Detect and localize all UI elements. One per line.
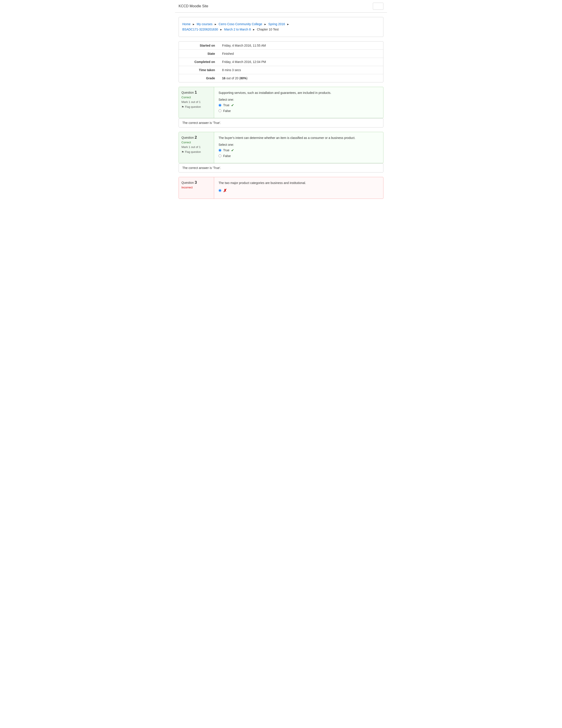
- question-sidebar-2: Question 2 Correct Mark 1 out of 1 ⚑ Fla…: [179, 132, 214, 163]
- grade-end: ): [247, 76, 248, 80]
- time-taken-label: Time taken: [179, 66, 219, 74]
- breadcrumb-spring-2016[interactable]: Spring 2016: [269, 22, 285, 26]
- radio-selected-3[interactable]: [219, 189, 222, 192]
- question-mark-1: Mark 1 out of 1: [182, 100, 211, 104]
- completed-on-row: Completed on Friday, 4 March 2016, 12:04…: [179, 58, 383, 66]
- question-number-3: Question 3: [182, 180, 211, 185]
- started-on-value: Friday, 4 March 2016, 11:55 AM: [219, 42, 383, 50]
- breadcrumb-sep-3: ►: [264, 23, 267, 26]
- question-num-value-2: 2: [195, 135, 197, 140]
- flag-icon-1: ⚑: [182, 105, 184, 109]
- breadcrumb-container: Home ► My courses ► Cerro Coso Community…: [179, 17, 383, 37]
- select-one-label-1: Select one:: [219, 98, 379, 101]
- site-title: KCCD Moodle Site: [179, 4, 208, 8]
- answer-feedback-1: The correct answer is 'True'.: [179, 118, 383, 127]
- state-row: State Finished: [179, 49, 383, 58]
- option-false-2: False: [219, 154, 379, 158]
- question-sidebar-3: Question 3 Incorrect: [179, 177, 214, 199]
- question-content-1: Supporting services, such as installatio…: [214, 87, 383, 118]
- answer-feedback-2: The correct answer is 'True'.: [179, 163, 383, 173]
- completed-on-label: Completed on: [179, 58, 219, 66]
- breadcrumb-sep-2: ►: [214, 23, 217, 26]
- grade-label: Grade: [179, 74, 219, 82]
- question-text-2: The buyer's intent can determine whether…: [219, 136, 379, 140]
- question-sidebar-1: Question 1 Correct Mark 1 out of 1 ⚑ Fla…: [179, 87, 214, 118]
- question-mark-2: Mark 1 out of 1: [182, 145, 211, 149]
- question-content-2: The buyer's intent can determine whether…: [214, 132, 383, 163]
- radio-true-2[interactable]: [219, 149, 222, 152]
- radio-false-1[interactable]: [219, 109, 222, 112]
- breadcrumb-sep-6: ►: [253, 28, 255, 31]
- option-true-label-2: True: [223, 148, 229, 152]
- select-one-label-2: Select one:: [219, 143, 379, 146]
- breadcrumb-sep-4: ►: [287, 23, 289, 26]
- option-false-label-1: False: [223, 109, 231, 113]
- site-header: KCCD Moodle Site: [175, 0, 387, 13]
- quiz-info-table: Started on Friday, 4 March 2016, 11:55 A…: [179, 42, 383, 82]
- cross-icon-3: ✗: [223, 188, 227, 193]
- grade-value: 16 out of 20 (80%): [219, 74, 383, 82]
- flag-question-label-1: Flag question: [185, 105, 201, 108]
- question-status-3: Incorrect: [182, 186, 211, 189]
- question-card-1: Question 1 Correct Mark 1 out of 1 ⚑ Fla…: [179, 87, 383, 118]
- breadcrumb-march-week[interactable]: March 2 to March 8: [224, 28, 251, 31]
- question-text-3: The two major product categories are bus…: [219, 181, 379, 185]
- question-number-2: Question 2: [182, 135, 211, 140]
- option-true-1: True ✔: [219, 103, 379, 107]
- completed-on-value: Friday, 4 March 2016, 12:04 PM: [219, 58, 383, 66]
- started-on-row: Started on Friday, 4 March 2016, 11:55 A…: [179, 42, 383, 50]
- state-label: State: [179, 49, 219, 58]
- flag-question-label-2: Flag question: [185, 150, 201, 154]
- time-taken-row: Time taken 8 mins 3 secs: [179, 66, 383, 74]
- grade-suffix: out of 20 (: [226, 76, 241, 80]
- quiz-info-container: Started on Friday, 4 March 2016, 11:55 A…: [179, 41, 383, 82]
- grade-row: Grade 16 out of 20 (80%): [179, 74, 383, 82]
- flag-question-button-2[interactable]: ⚑ Flag question: [182, 150, 211, 154]
- option-selected-3: ✗: [219, 188, 379, 193]
- breadcrumb-course-code[interactable]: BSADC171-32206201630: [182, 28, 218, 31]
- grade-number: 16: [222, 76, 226, 80]
- question-status-1: Correct: [182, 96, 211, 99]
- question-text-1: Supporting services, such as installatio…: [219, 91, 379, 95]
- flag-question-button-1[interactable]: ⚑ Flag question: [182, 105, 211, 109]
- check-icon-2: ✔: [231, 148, 234, 152]
- breadcrumb: Home ► My courses ► Cerro Coso Community…: [182, 22, 380, 32]
- breadcrumb-my-courses[interactable]: My courses: [197, 22, 213, 26]
- question-status-2: Correct: [182, 141, 211, 144]
- question-card-2: Question 2 Correct Mark 1 out of 1 ⚑ Fla…: [179, 132, 383, 163]
- question-content-3: The two major product categories are bus…: [214, 177, 383, 199]
- breadcrumb-home[interactable]: Home: [182, 22, 191, 26]
- grade-percent: 80%: [241, 76, 247, 80]
- radio-false-2[interactable]: [219, 154, 222, 157]
- breadcrumb-cerro-coso[interactable]: Cerro Coso Community College: [219, 22, 262, 26]
- header-user-box[interactable]: [373, 3, 383, 10]
- check-icon-1: ✔: [231, 103, 234, 107]
- flag-icon-2: ⚑: [182, 150, 184, 154]
- radio-true-1[interactable]: [219, 104, 222, 107]
- question-card-3: Question 3 Incorrect The two major produ…: [179, 177, 383, 199]
- time-taken-value: 8 mins 3 secs: [219, 66, 383, 74]
- started-on-label: Started on: [179, 42, 219, 50]
- option-false-label-2: False: [223, 154, 231, 158]
- breadcrumb-chapter-test: Chapter 10 Test: [257, 28, 279, 31]
- question-number-1: Question 1: [182, 90, 211, 95]
- option-true-label-1: True: [223, 103, 229, 107]
- option-false-1: False: [219, 109, 379, 113]
- option-true-2: True ✔: [219, 148, 379, 152]
- question-num-value-1: 1: [195, 90, 197, 95]
- breadcrumb-sep-5: ►: [220, 28, 223, 31]
- state-value: Finished: [219, 49, 383, 58]
- breadcrumb-sep-1: ►: [192, 23, 195, 26]
- question-num-value-3: 3: [195, 180, 197, 185]
